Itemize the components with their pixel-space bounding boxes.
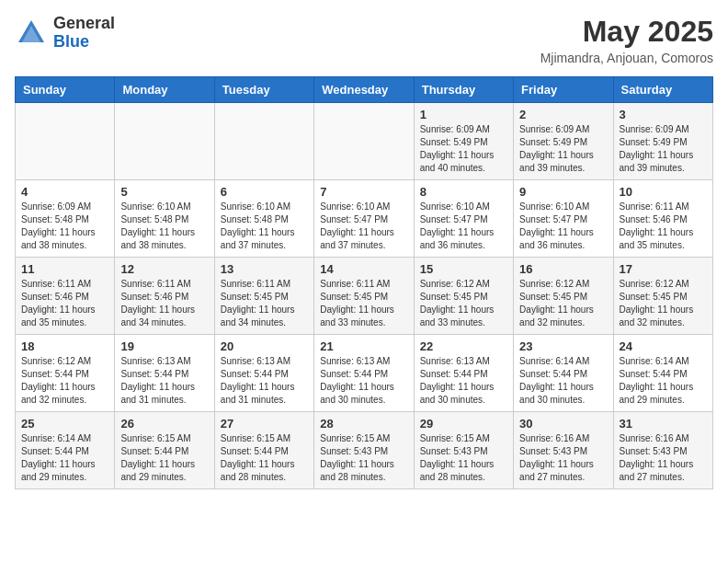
calendar-cell: 23Sunrise: 6:14 AM Sunset: 5:44 PM Dayli…	[514, 335, 613, 412]
calendar-cell	[115, 103, 214, 180]
day-info: Sunrise: 6:11 AM Sunset: 5:45 PM Dayligh…	[221, 278, 308, 329]
weekday-header-row: SundayMondayTuesdayWednesdayThursdayFrid…	[16, 77, 713, 103]
day-number: 16	[519, 262, 607, 276]
weekday-header-monday: Monday	[115, 77, 214, 103]
calendar-cell: 14Sunrise: 6:11 AM Sunset: 5:45 PM Dayli…	[314, 258, 414, 335]
day-number: 6	[221, 185, 308, 199]
day-number: 14	[320, 262, 407, 276]
day-number: 25	[21, 417, 108, 431]
calendar-cell: 30Sunrise: 6:16 AM Sunset: 5:43 PM Dayli…	[514, 412, 613, 489]
weekday-header-saturday: Saturday	[613, 77, 712, 103]
calendar-cell: 13Sunrise: 6:11 AM Sunset: 5:45 PM Dayli…	[214, 258, 313, 335]
day-number: 13	[221, 262, 308, 276]
calendar-cell: 10Sunrise: 6:11 AM Sunset: 5:46 PM Dayli…	[613, 180, 712, 258]
day-info: Sunrise: 6:11 AM Sunset: 5:46 PM Dayligh…	[120, 278, 208, 329]
calendar-cell: 4Sunrise: 6:09 AM Sunset: 5:48 PM Daylig…	[16, 180, 115, 258]
day-info: Sunrise: 6:12 AM Sunset: 5:44 PM Dayligh…	[21, 355, 108, 407]
day-info: Sunrise: 6:15 AM Sunset: 5:44 PM Dayligh…	[120, 432, 208, 484]
day-info: Sunrise: 6:14 AM Sunset: 5:44 PM Dayligh…	[519, 355, 607, 407]
logo-general: General	[53, 15, 115, 33]
day-info: Sunrise: 6:09 AM Sunset: 5:49 PM Dayligh…	[519, 123, 607, 175]
calendar-cell: 1Sunrise: 6:09 AM Sunset: 5:49 PM Daylig…	[414, 103, 513, 180]
calendar-cell	[214, 103, 313, 180]
day-number: 11	[21, 262, 108, 276]
day-number: 27	[221, 417, 308, 431]
day-number: 31	[620, 417, 707, 431]
calendar-week-row: 1Sunrise: 6:09 AM Sunset: 5:49 PM Daylig…	[16, 103, 713, 180]
day-number: 8	[420, 185, 507, 199]
day-number: 24	[620, 339, 707, 353]
month-title: May 2025	[540, 15, 713, 49]
day-number: 10	[620, 185, 707, 199]
calendar-cell: 19Sunrise: 6:13 AM Sunset: 5:44 PM Dayli…	[115, 335, 214, 412]
calendar-cell: 20Sunrise: 6:13 AM Sunset: 5:44 PM Dayli…	[214, 335, 313, 412]
day-info: Sunrise: 6:13 AM Sunset: 5:44 PM Dayligh…	[221, 355, 308, 407]
calendar-cell: 5Sunrise: 6:10 AM Sunset: 5:48 PM Daylig…	[115, 180, 214, 258]
calendar-cell: 31Sunrise: 6:16 AM Sunset: 5:43 PM Dayli…	[613, 412, 712, 489]
day-number: 17	[620, 262, 707, 276]
calendar-cell: 9Sunrise: 6:10 AM Sunset: 5:47 PM Daylig…	[514, 180, 613, 258]
day-info: Sunrise: 6:13 AM Sunset: 5:44 PM Dayligh…	[420, 355, 507, 407]
day-info: Sunrise: 6:14 AM Sunset: 5:44 PM Dayligh…	[620, 355, 707, 407]
day-info: Sunrise: 6:11 AM Sunset: 5:45 PM Dayligh…	[320, 278, 407, 329]
day-number: 26	[120, 417, 208, 431]
day-info: Sunrise: 6:11 AM Sunset: 5:46 PM Dayligh…	[21, 278, 108, 329]
day-number: 28	[320, 417, 407, 431]
day-number: 12	[120, 262, 208, 276]
calendar-cell: 8Sunrise: 6:10 AM Sunset: 5:47 PM Daylig…	[414, 180, 513, 258]
logo-blue: Blue	[53, 33, 115, 52]
title-area: May 2025 Mjimandra, Anjouan, Comoros	[540, 15, 713, 65]
calendar-cell	[314, 103, 414, 180]
day-info: Sunrise: 6:10 AM Sunset: 5:48 PM Dayligh…	[221, 201, 308, 252]
day-info: Sunrise: 6:15 AM Sunset: 5:43 PM Dayligh…	[420, 432, 507, 484]
calendar-cell: 7Sunrise: 6:10 AM Sunset: 5:47 PM Daylig…	[314, 180, 414, 258]
day-info: Sunrise: 6:15 AM Sunset: 5:43 PM Dayligh…	[320, 432, 407, 484]
day-info: Sunrise: 6:13 AM Sunset: 5:44 PM Dayligh…	[120, 355, 208, 407]
weekday-header-thursday: Thursday	[414, 77, 513, 103]
calendar-week-row: 11Sunrise: 6:11 AM Sunset: 5:46 PM Dayli…	[16, 258, 713, 335]
calendar-cell: 27Sunrise: 6:15 AM Sunset: 5:44 PM Dayli…	[214, 412, 313, 489]
header: General Blue May 2025 Mjimandra, Anjouan…	[15, 15, 713, 65]
day-number: 3	[620, 108, 707, 121]
day-number: 30	[519, 417, 607, 431]
day-info: Sunrise: 6:12 AM Sunset: 5:45 PM Dayligh…	[620, 278, 707, 329]
day-number: 18	[21, 339, 108, 353]
logo-text: General Blue	[53, 15, 115, 52]
day-number: 5	[120, 185, 208, 199]
calendar-cell: 2Sunrise: 6:09 AM Sunset: 5:49 PM Daylig…	[514, 103, 613, 180]
day-number: 23	[519, 339, 607, 353]
day-number: 1	[420, 108, 507, 121]
calendar-cell: 11Sunrise: 6:11 AM Sunset: 5:46 PM Dayli…	[16, 258, 115, 335]
calendar-cell: 16Sunrise: 6:12 AM Sunset: 5:45 PM Dayli…	[514, 258, 613, 335]
day-info: Sunrise: 6:09 AM Sunset: 5:48 PM Dayligh…	[21, 201, 108, 252]
calendar-cell: 21Sunrise: 6:13 AM Sunset: 5:44 PM Dayli…	[314, 335, 414, 412]
day-info: Sunrise: 6:12 AM Sunset: 5:45 PM Dayligh…	[420, 278, 507, 329]
day-info: Sunrise: 6:10 AM Sunset: 5:47 PM Dayligh…	[519, 201, 607, 252]
calendar-cell: 15Sunrise: 6:12 AM Sunset: 5:45 PM Dayli…	[414, 258, 513, 335]
day-info: Sunrise: 6:16 AM Sunset: 5:43 PM Dayligh…	[519, 432, 607, 484]
day-info: Sunrise: 6:10 AM Sunset: 5:47 PM Dayligh…	[320, 201, 407, 252]
location: Mjimandra, Anjouan, Comoros	[540, 51, 713, 65]
calendar-cell: 3Sunrise: 6:09 AM Sunset: 5:49 PM Daylig…	[613, 103, 712, 180]
logo-icon	[15, 17, 48, 50]
day-info: Sunrise: 6:09 AM Sunset: 5:49 PM Dayligh…	[420, 123, 507, 175]
day-info: Sunrise: 6:13 AM Sunset: 5:44 PM Dayligh…	[320, 355, 407, 407]
logo: General Blue	[15, 15, 115, 52]
calendar-cell: 28Sunrise: 6:15 AM Sunset: 5:43 PM Dayli…	[314, 412, 414, 489]
day-number: 7	[320, 185, 407, 199]
day-number: 15	[420, 262, 507, 276]
calendar-week-row: 18Sunrise: 6:12 AM Sunset: 5:44 PM Dayli…	[16, 335, 713, 412]
day-info: Sunrise: 6:09 AM Sunset: 5:49 PM Dayligh…	[620, 123, 707, 175]
day-info: Sunrise: 6:12 AM Sunset: 5:45 PM Dayligh…	[519, 278, 607, 329]
day-info: Sunrise: 6:10 AM Sunset: 5:47 PM Dayligh…	[420, 201, 507, 252]
calendar-cell: 24Sunrise: 6:14 AM Sunset: 5:44 PM Dayli…	[613, 335, 712, 412]
day-number: 22	[420, 339, 507, 353]
calendar-week-row: 4Sunrise: 6:09 AM Sunset: 5:48 PM Daylig…	[16, 180, 713, 258]
calendar-cell: 22Sunrise: 6:13 AM Sunset: 5:44 PM Dayli…	[414, 335, 513, 412]
calendar-week-row: 25Sunrise: 6:14 AM Sunset: 5:44 PM Dayli…	[16, 412, 713, 489]
day-number: 2	[519, 108, 607, 121]
day-info: Sunrise: 6:11 AM Sunset: 5:46 PM Dayligh…	[620, 201, 707, 252]
day-info: Sunrise: 6:10 AM Sunset: 5:48 PM Dayligh…	[120, 201, 208, 252]
day-info: Sunrise: 6:16 AM Sunset: 5:43 PM Dayligh…	[620, 432, 707, 484]
calendar-cell: 29Sunrise: 6:15 AM Sunset: 5:43 PM Dayli…	[414, 412, 513, 489]
